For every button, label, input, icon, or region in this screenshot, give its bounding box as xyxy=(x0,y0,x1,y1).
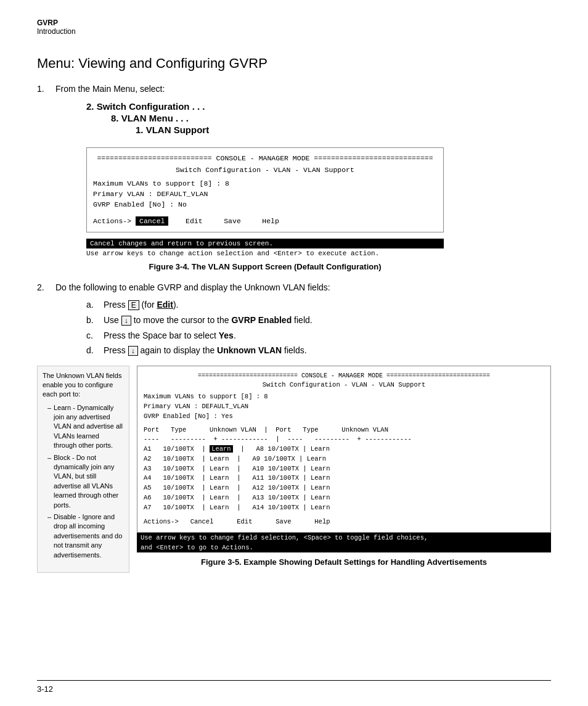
console1-body: Maximum VLANs to support [8] : 8 Primary… xyxy=(93,178,437,210)
console2-body: Maximum VLANs to support [8] : 8 Primary… xyxy=(144,392,544,421)
step2-text-c: Press the Space bar to select Yes. xyxy=(104,330,551,340)
arrow-down-icon: ↓ xyxy=(121,316,131,326)
sidebar-item-0-text: Learn - Dynamically join any advertised … xyxy=(54,403,124,451)
console2-col-headers: Port Type Unknown VLAN | Port Type Unkno… xyxy=(144,425,544,435)
step1-text: From the Main Menu, select: xyxy=(55,84,165,94)
step2-text: Do the following to enable GVRP and disp… xyxy=(55,282,330,292)
console2-line3: GVRP Enabled [No] : Yes xyxy=(144,412,544,422)
console1-line1: Maximum VLANs to support [8] : 8 xyxy=(93,178,437,189)
step2-item-c: c. Press the Space bar to select Yes. xyxy=(86,330,551,340)
console1-cancel[interactable]: Cancel xyxy=(136,216,168,226)
header-intro: Introduction xyxy=(37,27,76,36)
step2: 2. Do the following to enable GVRP and d… xyxy=(37,282,551,292)
main-content: Menu: Viewing and Configuring GVRP 1. Fr… xyxy=(37,55,551,573)
menu-path: 2. Switch Configuration . . . 8. VLAN Me… xyxy=(86,101,551,135)
sidebar-item-1: – Block - Do not dynamically join any VL… xyxy=(47,453,124,510)
console2-row-2: A3 10/100TX | Learn | A10 10/100TX | Lea… xyxy=(144,464,544,474)
console2-status2: and <Enter> to go to Actions. xyxy=(137,543,551,552)
step1-number: 1. xyxy=(37,84,55,94)
menu-path-line1: 2. Switch Configuration . . . xyxy=(86,101,551,112)
console2-line2: Primary VLAN : DEFAULT_VLAN xyxy=(144,402,544,412)
page-footer: 3-12 xyxy=(37,680,551,694)
sidebar-item-0: – Learn - Dynamically join any advertise… xyxy=(47,403,124,451)
console2-row-6: A7 10/100TX | Learn | A14 10/100TX | Lea… xyxy=(144,503,544,513)
console1-line3: GVRP Enabled [No] : No xyxy=(93,199,437,210)
bottom-section: The Unknown VLAN fields enable you to co… xyxy=(37,366,551,573)
console2-header: =========================== CONSOLE - MA… xyxy=(144,371,544,380)
console2-subheader: Switch Configuration - VLAN - VLAN Suppo… xyxy=(144,380,544,390)
step2-number: 2. xyxy=(37,282,55,292)
figure1-caption: Figure 3-4. The VLAN Support Screen (Def… xyxy=(86,262,444,271)
key-e: E xyxy=(128,300,139,310)
console1-subheader: Switch Configuration - VLAN - VLAN Suppo… xyxy=(93,165,437,175)
sidebar-item-2: – Disable - Ignore and drop all incoming… xyxy=(47,512,124,560)
console2-row-3: A4 10/100TX | Learn | A11 10/100TX | Lea… xyxy=(144,474,544,483)
menu-path-line2: 8. VLAN Menu . . . xyxy=(111,113,551,123)
step2-list: a. Press E (for Edit). b. Use ↓ to move … xyxy=(86,300,551,356)
step2-letter-b: b. xyxy=(86,315,104,325)
console2-save[interactable]: Save xyxy=(276,518,291,525)
console2-row-5: A6 10/100TX | Learn | A13 10/100TX | Lea… xyxy=(144,493,544,503)
step2-text-a: Press E (for Edit). xyxy=(104,300,551,310)
console2-line1: Maximum VLANs to support [8] : 8 xyxy=(144,392,544,402)
console2-status1: Use arrow keys to change field selection… xyxy=(137,533,551,543)
console2-row-4: A5 10/100TX | Learn | A12 10/100TX | Lea… xyxy=(144,483,544,493)
console2-help[interactable]: Help xyxy=(314,518,330,525)
console-box-1: =========================== CONSOLE - MA… xyxy=(86,147,444,232)
console1-status2: Use arrow keys to change action selectio… xyxy=(86,250,444,257)
step2-item-b: b. Use ↓ to move the cursor to the GVRP … xyxy=(86,315,551,326)
header-section: GVRP Introduction xyxy=(37,18,76,36)
console2-cancel[interactable]: Cancel xyxy=(190,518,214,525)
console1-actions: Actions-> Cancel Edit Save Help xyxy=(93,216,437,226)
sidebar-item-1-text: Block - Do not dynamically join any VLAN… xyxy=(54,453,124,510)
console2-rows: A1 10/100TX | Learn | A8 10/100TX | Lear… xyxy=(144,445,544,512)
section-title: Menu: Viewing and Configuring GVRP xyxy=(37,55,551,72)
console1-header: =========================== CONSOLE - MA… xyxy=(93,153,437,163)
step2-letter-a: a. xyxy=(86,300,104,310)
console1-help[interactable]: Help xyxy=(262,217,279,225)
step2-text-b: Use ↓ to move the cursor to the GVRP Ena… xyxy=(104,315,551,326)
console1-line2: Primary VLAN : DEFAULT_VLAN xyxy=(93,189,437,199)
console2-actions: Actions-> Cancel Edit Save Help xyxy=(144,517,544,527)
step2-item-a: a. Press E (for Edit). xyxy=(86,300,551,310)
console2-table-container: Port Type Unknown VLAN | Port Type Unkno… xyxy=(144,425,544,513)
console2-edit[interactable]: Edit xyxy=(237,518,252,525)
sidebar-note-title: The Unknown VLAN fields enable you to co… xyxy=(43,371,124,400)
page-container: GVRP Introduction Menu: Viewing and Conf… xyxy=(0,0,588,706)
console1-save[interactable]: Save xyxy=(224,217,241,225)
console-right: =========================== CONSOLE - MA… xyxy=(137,366,551,573)
step2-letter-c: c. xyxy=(86,330,104,340)
console2-row-0: A1 10/100TX | Learn | A8 10/100TX | Lear… xyxy=(144,445,544,454)
console1-status1: Cancel changes and return to previous sc… xyxy=(86,239,444,248)
console1-edit[interactable]: Edit xyxy=(186,217,203,225)
console2-col-sep: ---- --------- + ------------ | ---- ---… xyxy=(144,435,544,445)
sidebar-note: The Unknown VLAN fields enable you to co… xyxy=(37,366,129,573)
menu-path-line3: 1. VLAN Support xyxy=(136,125,551,135)
console2-row-1: A2 10/100TX | Learn | A9 10/100TX | Lear… xyxy=(144,454,544,464)
step2-text-d: Press ↓ again to display the Unknown VLA… xyxy=(104,345,551,356)
header-gvrp: GVRP xyxy=(37,18,76,27)
step2-item-d: d. Press ↓ again to display the Unknown … xyxy=(86,345,551,356)
arrow-down-icon2: ↓ xyxy=(128,346,138,356)
figure1-caption-text: Figure 3-4. The VLAN Support Screen (Def… xyxy=(149,262,381,271)
figure2-caption: Figure 3-5. Example Showing Default Sett… xyxy=(137,557,551,567)
console1-actions-label: Actions-> xyxy=(93,217,131,225)
console2-actions-label: Actions-> xyxy=(144,518,179,525)
step2-letter-d: d. xyxy=(86,345,104,355)
sidebar-item-2-text: Disable - Ignore and drop all incoming a… xyxy=(54,512,124,560)
step1: 1. From the Main Menu, select: xyxy=(37,84,551,94)
page-number: 3-12 xyxy=(37,684,53,694)
console-box-2: =========================== CONSOLE - MA… xyxy=(137,366,551,533)
